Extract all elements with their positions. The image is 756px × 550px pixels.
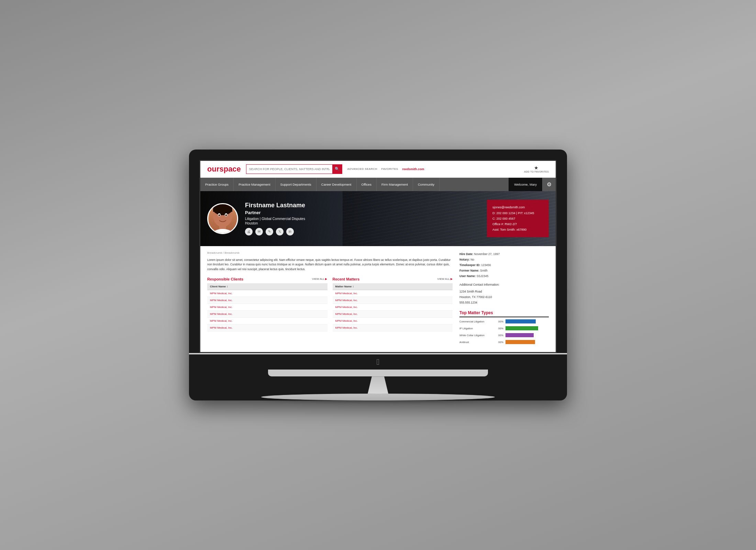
print-icon[interactable]: 🖨 — [245, 228, 253, 235]
matters-view-all[interactable]: VIEW ALL ▶ — [437, 277, 453, 280]
matters-col-header: Matter Name ↕ — [333, 283, 453, 290]
bar-row: White Collar Litigation00% — [459, 333, 549, 337]
matters-table: Matter Name ↕ MPM Medical, Inc.MPM Medic… — [333, 283, 453, 331]
user-name-row: User Name: SSJ2345 — [459, 273, 549, 279]
tables-row: Responsible Clients VIEW ALL ▶ Client Na… — [207, 277, 453, 331]
bar-pct: 00% — [496, 341, 503, 344]
linkedin-icon[interactable]: in — [286, 228, 294, 235]
notary-value: No — [470, 258, 474, 261]
edit-icon[interactable]: ✎ — [266, 228, 273, 235]
clients-table: Client Name ↕ MPM Medical, Inc.MPM Medic… — [207, 283, 327, 331]
table-row[interactable]: MPM Medical, Inc. — [333, 324, 453, 331]
additional-contact-label: Additional Contact Information: — [459, 282, 549, 287]
bar-track — [505, 340, 549, 344]
hero-contact-box: sjones@reedsmith.com D: 202 000 1234 | P… — [487, 200, 549, 237]
bar-pct: 00% — [496, 327, 503, 330]
hero-email: sjones@reedsmith.com — [492, 205, 543, 210]
hero-content: Firstname Lastname Partner Litigation | … — [200, 200, 556, 237]
nav-welcome: Welcome, Mary — [509, 178, 542, 191]
nav-item-practice-management[interactable]: Practice Management — [234, 178, 275, 191]
user-name-label: User Name: — [459, 274, 476, 278]
monitor: ourspace 🔍 ADVANCED SEARCH FAVORITES ree… — [189, 150, 567, 400]
search-bar: 🔍 — [246, 164, 342, 174]
main-content: Breadcrumb / Breadcrumb Lorem ipsum dolo… — [200, 246, 556, 352]
nav-item-support-departments[interactable]: Support Departments — [276, 178, 316, 191]
timekeeper-value: 123456 — [481, 263, 491, 267]
reedsmith-link[interactable]: reedsmith.com — [402, 167, 424, 171]
search-button[interactable]: 🔍 — [332, 165, 342, 174]
twitter-icon[interactable]: 𝕏 — [276, 228, 284, 235]
bar-fill — [505, 340, 535, 344]
hero-action-icons: 🖨 ✉ ✎ 𝕏 in — [245, 228, 305, 235]
nav-item-offices[interactable]: Offices — [357, 178, 377, 191]
matters-title: Recent Matters — [333, 277, 360, 281]
hero-location: Houston — [245, 221, 305, 225]
hire-date-value: November 27, 1997 — [474, 252, 500, 256]
svg-point-8 — [212, 229, 233, 233]
clients-view-all[interactable]: VIEW ALL ▶ — [312, 277, 327, 280]
header-links: ADVANCED SEARCH FAVORITES reedsmith.com — [347, 167, 424, 171]
bar-label: IP Litigation — [459, 327, 494, 330]
table-row[interactable]: MPM Medical, Inc. — [333, 290, 453, 297]
logo-our: our — [207, 165, 219, 173]
screen: ourspace 🔍 ADVANCED SEARCH FAVORITES ree… — [199, 160, 557, 353]
table-row[interactable]: MPM Medical, Inc. — [207, 297, 327, 304]
main-nav: Practice Groups Practice Management Supp… — [200, 178, 556, 191]
notary-label: Notary: — [459, 258, 470, 261]
table-row[interactable]: MPM Medical, Inc. — [207, 324, 327, 331]
content-right: Hire Date: November 27, 1997 Notary: No … — [459, 251, 549, 347]
search-input[interactable] — [246, 165, 332, 174]
nav-item-community[interactable]: Community — [413, 178, 440, 191]
address-phone: 555.555.1234 — [459, 300, 549, 305]
address-block: 1234 Smith Road Houston, TX 77002-6110 5… — [459, 289, 549, 305]
hero-direct: D: 202 000 1234 | PIT: x12345 — [492, 210, 543, 216]
bar-pct: 00% — [496, 320, 503, 323]
nav-gear-button[interactable]: ⚙ — [542, 178, 556, 191]
timekeeper-row: Timekeeper ID: 123456 — [459, 262, 549, 268]
hero-cell: C: 202 000 4567 — [492, 216, 543, 221]
table-row[interactable]: MPM Medical, Inc. — [333, 317, 453, 324]
table-row[interactable]: MPM Medical, Inc. — [333, 310, 453, 317]
top-matters-section: Top Matter Types Commercial Litigation00… — [459, 310, 549, 344]
timekeeper-label: Timekeeper ID: — [459, 263, 480, 267]
nav-item-career-development[interactable]: Career Development — [316, 178, 357, 191]
former-name-label: Former Name: — [459, 269, 479, 272]
logo-space: space — [219, 165, 241, 173]
add-to-favorites-button[interactable]: ★ ADD TO FAVORITES — [524, 165, 549, 173]
top-matters-title: Top Matter Types — [459, 310, 549, 317]
table-row[interactable]: MPM Medical, Inc. — [207, 317, 327, 324]
bar-row: IP Litigation00% — [459, 326, 549, 330]
clients-title: Responsible Clients — [207, 277, 243, 281]
nav-item-firm-management[interactable]: Firm Management — [377, 178, 413, 191]
hire-date-row: Hire Date: November 27, 1997 — [459, 251, 549, 257]
stand-base — [261, 394, 495, 400]
favorites-link[interactable]: FAVORITES — [381, 167, 398, 170]
bar-track — [505, 333, 549, 337]
bar-label: Antitrust — [459, 341, 494, 344]
hero-asst: Asst: Tom Smith: x67890 — [492, 227, 543, 232]
site-header: ourspace 🔍 ADVANCED SEARCH FAVORITES ree… — [200, 161, 556, 178]
former-name-row: Former Name: Smith — [459, 268, 549, 273]
table-row[interactable]: MPM Medical, Inc. — [207, 290, 327, 297]
matters-header-row: Recent Matters VIEW ALL ▶ — [333, 277, 453, 281]
bar-fill — [505, 326, 538, 330]
bar-track — [505, 326, 549, 330]
former-name-value: Smith — [480, 269, 488, 272]
svg-point-5 — [219, 214, 220, 216]
hero-banner: Firstname Lastname Partner Litigation | … — [200, 191, 556, 246]
hire-date-label: Hire Date: — [459, 252, 473, 256]
email-icon[interactable]: ✉ — [255, 228, 263, 235]
table-row[interactable]: MPM Medical, Inc. — [207, 304, 327, 310]
table-row[interactable]: MPM Medical, Inc. — [333, 304, 453, 310]
svg-point-6 — [225, 214, 227, 216]
bar-pct: 00% — [496, 334, 503, 337]
avatar-face — [209, 204, 236, 233]
hero-name: Firstname Lastname — [245, 202, 305, 209]
bar-chart: Commercial Litigation00%IP Litigation00%… — [459, 319, 549, 344]
table-row[interactable]: MPM Medical, Inc. — [207, 310, 327, 317]
add-fav-label: ADD TO FAVORITES — [524, 170, 549, 173]
advanced-search-link[interactable]: ADVANCED SEARCH — [347, 167, 377, 170]
responsible-clients-section: Responsible Clients VIEW ALL ▶ Client Na… — [207, 277, 327, 331]
table-row[interactable]: MPM Medical, Inc. — [333, 297, 453, 304]
nav-item-practice-groups[interactable]: Practice Groups — [200, 178, 234, 191]
